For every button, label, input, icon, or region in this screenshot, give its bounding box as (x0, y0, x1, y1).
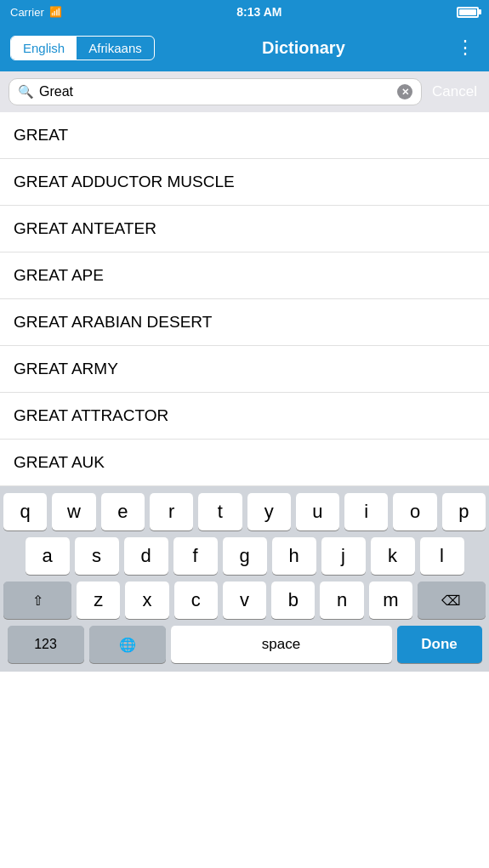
numbers-key[interactable]: 123 (8, 626, 84, 663)
result-item[interactable]: GREAT ARMY (0, 346, 489, 393)
key-k[interactable]: k (371, 537, 415, 575)
status-time: 8:13 AM (236, 5, 281, 19)
battery-icon (457, 7, 479, 18)
result-item[interactable]: GREAT APE (0, 252, 489, 299)
key-g[interactable]: g (223, 537, 267, 575)
backspace-key[interactable]: ⌫ (418, 582, 486, 619)
key-b[interactable]: b (271, 582, 315, 619)
status-bar-left: Carrier 📶 (10, 6, 62, 19)
space-key[interactable]: space (171, 626, 392, 663)
nav-bar: English Afrikaans Dictionary ⋮ (0, 24, 489, 71)
key-y[interactable]: y (247, 493, 291, 530)
result-item[interactable]: GREAT ANTEATER (0, 206, 489, 252)
results-list: GREATGREAT ADDUCTOR MUSCLEGREAT ANTEATER… (0, 112, 489, 486)
result-item[interactable]: GREAT ADDUCTOR MUSCLE (0, 159, 489, 206)
key-m[interactable]: m (369, 582, 412, 619)
key-q[interactable]: q (3, 493, 47, 530)
language-toggle: English Afrikaans (10, 36, 155, 60)
status-bar-right (457, 7, 479, 18)
key-x[interactable]: x (125, 582, 168, 619)
key-e[interactable]: e (101, 493, 145, 530)
key-p[interactable]: p (442, 493, 486, 530)
keyboard: qwertyuiopasdfghjkl⇧zxcvbnm⌫123🌐spaceDon… (0, 486, 489, 672)
search-bar: 🔍 ✕ Cancel (0, 71, 489, 112)
key-r[interactable]: r (150, 493, 193, 530)
key-u[interactable]: u (296, 493, 339, 530)
key-n[interactable]: n (320, 582, 363, 619)
lang-afrikaans-button[interactable]: Afrikaans (77, 37, 154, 60)
result-item[interactable]: GREAT (0, 112, 489, 159)
wifi-icon: 📶 (49, 6, 62, 18)
nav-title: Dictionary (165, 38, 442, 58)
key-s[interactable]: s (75, 537, 119, 575)
key-f[interactable]: f (173, 537, 218, 575)
search-icon: 🔍 (18, 84, 34, 99)
key-l[interactable]: l (420, 537, 464, 575)
result-item[interactable]: GREAT ARABIAN DESERT (0, 299, 489, 346)
key-o[interactable]: o (393, 493, 436, 530)
result-item[interactable]: GREAT AUK (0, 440, 489, 486)
more-options-button[interactable]: ⋮ (452, 33, 479, 62)
lang-english-button[interactable]: English (11, 37, 77, 60)
search-input[interactable] (39, 84, 392, 99)
clear-search-button[interactable]: ✕ (397, 84, 412, 99)
result-item[interactable]: GREAT ATTRACTOR (0, 393, 489, 440)
key-d[interactable]: d (124, 537, 168, 575)
key-i[interactable]: i (344, 493, 388, 530)
key-a[interactable]: a (26, 537, 70, 575)
search-input-wrap: 🔍 ✕ (9, 78, 422, 105)
key-j[interactable]: j (321, 537, 366, 575)
battery-fill (459, 9, 476, 15)
done-key[interactable]: Done (397, 626, 482, 663)
key-v[interactable]: v (223, 582, 266, 619)
shift-key[interactable]: ⇧ (3, 582, 71, 619)
key-c[interactable]: c (174, 582, 218, 619)
status-bar: Carrier 📶 8:13 AM (0, 0, 489, 24)
carrier-label: Carrier (10, 6, 44, 19)
cancel-button[interactable]: Cancel (429, 83, 480, 100)
key-h[interactable]: h (272, 537, 316, 575)
key-z[interactable]: z (77, 582, 120, 619)
key-t[interactable]: t (198, 493, 242, 530)
key-w[interactable]: w (52, 493, 95, 530)
globe-key[interactable]: 🌐 (89, 626, 166, 663)
